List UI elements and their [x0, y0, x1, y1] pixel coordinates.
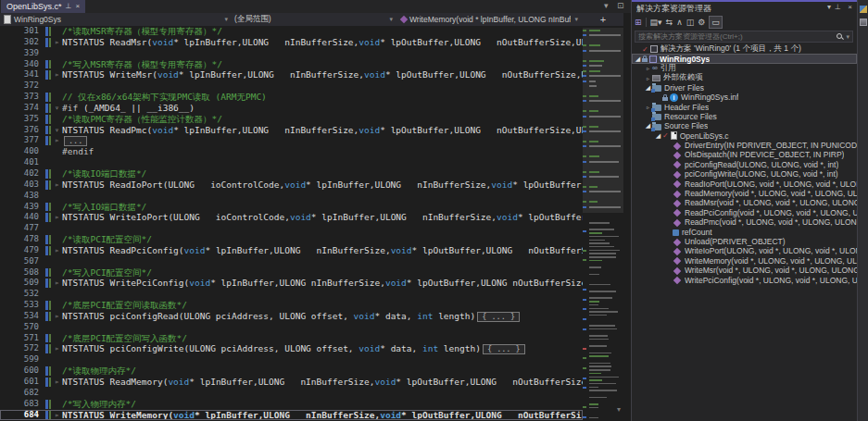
code-line-375[interactable]: 375/*读取PMC寄存器（性能监控计数器）*/: [0, 114, 583, 125]
tree-item[interactable]: ▹外部依赖项: [632, 73, 857, 82]
fold-collapsed-icon[interactable]: ▹: [52, 410, 62, 421]
code-line-507[interactable]: 507: [0, 256, 583, 267]
fold-collapsed-icon[interactable]: ▹: [52, 37, 62, 48]
code-line-508[interactable]: 508/*写入PCI配置空间*/: [0, 267, 583, 279]
code-line-376[interactable]: 376▿NTSTATUS ReadPmc(void* lpInBuffer,UL…: [0, 125, 583, 136]
tree-item[interactable]: ReadMemory(void *, ULONG, void *, ULONG,…: [632, 189, 857, 198]
close-icon[interactable]: ×: [76, 3, 81, 10]
project-dropdown[interactable]: WinRing0Sys ▾: [0, 13, 232, 26]
fold-collapsed-icon[interactable]: ▹: [52, 212, 62, 223]
search-icon[interactable]: [836, 32, 844, 41]
minimap-scrollbar[interactable]: [583, 26, 623, 421]
scope-dropdown[interactable]: (全局范围) ▾: [232, 13, 396, 26]
panel-caret-icon[interactable]: ▾: [827, 3, 831, 11]
search-input[interactable]: [635, 32, 836, 41]
show-all-files-icon[interactable]: ◫: [686, 17, 695, 28]
collapse-all-icon[interactable]: ∧: [676, 17, 683, 28]
code-line-340[interactable]: 340/*写入MSR寄存器（模型专用寄存器）*/: [0, 59, 583, 70]
properties-icon[interactable]: ⚙: [698, 17, 705, 28]
tool-window-tab-icon-2[interactable]: [860, 19, 867, 26]
pin-icon[interactable]: ⊥: [66, 3, 72, 10]
code-line-571[interactable]: 571/*底层PCI配置空间写入函数*/: [0, 333, 583, 344]
code-line-572[interactable]: 572▹NTSTATUS pciConfigWrite(ULONG pciAdd…: [0, 343, 583, 354]
code-line-532[interactable]: 532: [0, 289, 583, 300]
code-line-377[interactable]: 377▹...: [0, 135, 583, 146]
tree-item[interactable]: ReadMsr(void *, ULONG, void *, ULONG, UL…: [632, 198, 857, 207]
fold-collapsed-icon[interactable]: ▹: [52, 69, 62, 80]
tree-item[interactable]: refCount: [632, 227, 857, 236]
code-line-601[interactable]: 601▹NTSTATUS ReadMemory(void* lpInBuffer…: [0, 377, 583, 388]
code-line-570[interactable]: 570: [0, 322, 583, 333]
fold-expanded-icon[interactable]: ▿: [52, 125, 62, 136]
code-line-302[interactable]: 302▹NTSTATUS ReadMsr(void* lpInBuffer,UL…: [0, 37, 583, 48]
code-line-600[interactable]: 600/*读取物理内存*/: [0, 365, 583, 377]
search-caret-icon[interactable]: ▾: [846, 33, 849, 41]
fold-collapsed-icon[interactable]: ▹: [52, 377, 62, 388]
code-line-401[interactable]: 401: [0, 157, 583, 168]
tree-item[interactable]: ▹∞引用: [632, 64, 857, 73]
code-line-402[interactable]: 402/*读取IO端口数据*/: [0, 168, 583, 180]
fold-collapsed-icon[interactable]: ▹: [52, 311, 62, 322]
tree-item[interactable]: WriteMsr(void *, ULONG, void *, ULONG, U…: [632, 266, 857, 275]
tree-item[interactable]: WriteMemory(void *, ULONG, void *, ULONG…: [632, 256, 857, 266]
code-line-374[interactable]: 374▿#if (_AMD64_ || __i386__): [0, 103, 583, 114]
member-dropdown[interactable]: WriteMemory(void * lpInBuffer, ULONG nIn…: [396, 13, 582, 26]
tab-list-caret-icon[interactable]: ▾: [604, 1, 609, 10]
preview-selected-items-icon[interactable]: ▭: [709, 16, 723, 29]
chevron-collapsed-icon[interactable]: ▹: [644, 65, 652, 71]
tree-item[interactable]: ◢WinRing0Sys: [632, 54, 857, 63]
tree-item[interactable]: ✓解决方案 'WinRing0' (1 个项目，共 1 个): [632, 44, 857, 54]
fold-collapsed-icon[interactable]: ▹: [52, 135, 62, 146]
tree-item[interactable]: ▹Header Files: [632, 102, 857, 111]
tree-item[interactable]: OlsDispatch(IN PDEVICE_OBJECT, IN PIRP): [632, 150, 857, 159]
tree-item[interactable]: DriverEntry(IN PDRIVER_OBJECT, IN PUNICO…: [632, 141, 857, 150]
tree-item[interactable]: ◢Driver Files: [632, 83, 857, 93]
code-line-301[interactable]: 301/*读取MSR寄存器（模型专用寄存器）*/: [0, 26, 583, 37]
tool-window-tab-icon-1[interactable]: [860, 6, 867, 13]
code-line-339[interactable]: 339: [0, 48, 583, 59]
code-line-599[interactable]: 599: [0, 354, 583, 365]
code-line-684[interactable]: 684▹NTSTATUS WriteMemory(void* lpInBuffe…: [0, 410, 583, 421]
panel-pin-icon[interactable]: ⊥: [835, 3, 841, 11]
window-options-icon[interactable]: ⊡: [617, 1, 624, 10]
code-line-683[interactable]: 683/*写入物理内存*/: [0, 399, 583, 410]
fold-collapsed-icon[interactable]: ▹: [52, 180, 62, 191]
code-line-533[interactable]: 533/*底层PCI配置空间读取函数*/: [0, 300, 583, 311]
tree-item[interactable]: iWinRing0Sys.inf: [632, 93, 857, 102]
chevron-expanded-icon[interactable]: ◢: [654, 132, 662, 140]
switch-views-icon[interactable]: ⊞: [635, 17, 642, 28]
code-line-341[interactable]: 341▹NTSTATUS WriteMsr(void* lpInBuffer,U…: [0, 69, 583, 80]
tab-openlibsys[interactable]: OpenLibSys.c* ⊥ ×: [1, 0, 85, 13]
code-line-440[interactable]: 440▹NTSTATUS WriteIoPort(ULONG ioControl…: [0, 212, 583, 223]
scroll-down-icon[interactable]: ▾: [617, 405, 621, 414]
tree-item[interactable]: ReadPciConfig(void *, ULONG, void *, ULO…: [632, 208, 857, 217]
fold-collapsed-icon[interactable]: ▹: [52, 245, 62, 256]
code-line-509[interactable]: 509▹NTSTATUS WritePciConfig(void* lpInBu…: [0, 278, 583, 289]
code-line-479[interactable]: 479▹NTSTATUS ReadPciConfig(void* lpInBuf…: [0, 245, 583, 256]
chevron-collapsed-icon[interactable]: ▹: [644, 75, 652, 81]
code-line-682[interactable]: 682: [0, 388, 583, 399]
tree-item[interactable]: ReadPmc(void *, ULONG, void *, ULONG, UL…: [632, 217, 857, 227]
code-line-478[interactable]: 478/*读取PCI配置空间*/: [0, 234, 583, 245]
tree-item[interactable]: pciConfigRead(ULONG, ULONG, void *, int): [632, 160, 857, 169]
chevron-expanded-icon[interactable]: ◢: [634, 56, 642, 63]
code-line-373[interactable]: 373// 仅在x86/x64架构下实现PMC读取 (ARM无PMC): [0, 92, 583, 103]
code-line-372[interactable]: 372: [0, 80, 583, 92]
tree-item[interactable]: WriteIoPort(ULONG, void *, ULONG, void *…: [632, 246, 857, 255]
sync-with-active-document-icon[interactable]: ⇆: [666, 17, 673, 28]
fold-collapsed-icon[interactable]: ▹: [52, 278, 62, 289]
tree-item[interactable]: ReadIoPort(ULONG, void *, ULONG, void *,…: [632, 179, 857, 188]
code-line-438[interactable]: 438: [0, 191, 583, 202]
code-line-403[interactable]: 403▹NTSTATUS ReadIoPort(ULONG ioControlC…: [0, 180, 583, 191]
plus-icon[interactable]: +: [597, 13, 610, 26]
tree-item[interactable]: WritePciConfig(void *, ULONG, void *, UL…: [632, 275, 857, 284]
tree-item[interactable]: Resource Files: [632, 112, 857, 121]
panel-close-icon[interactable]: ×: [848, 3, 852, 11]
code-line-439[interactable]: 439/*写入IO端口数据*/: [0, 202, 583, 213]
tree-item[interactable]: ◢✓OpenLibSys.c: [632, 131, 857, 141]
tree-item[interactable]: Unload(PDRIVER_OBJECT): [632, 237, 857, 246]
code-line-477[interactable]: 477: [0, 223, 583, 234]
tree-item[interactable]: pciConfigWrite(ULONG, ULONG, void *, int…: [632, 169, 857, 179]
fold-collapsed-icon[interactable]: ▹: [52, 343, 62, 354]
code-editor[interactable]: 301/*读取MSR寄存器（模型专用寄存器）*/302▹NTSTATUS Rea…: [0, 26, 583, 421]
